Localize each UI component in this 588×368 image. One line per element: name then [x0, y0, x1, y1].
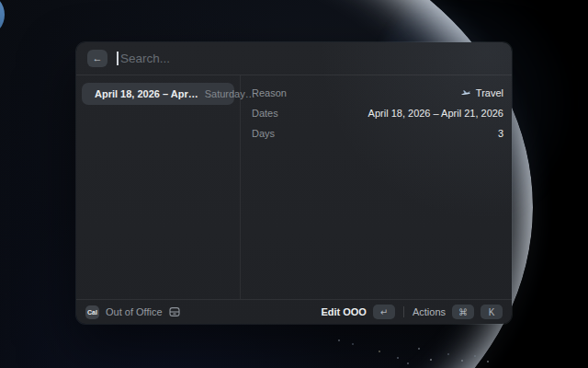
text-caret — [117, 52, 119, 65]
city-light — [379, 351, 380, 352]
detail-label: Reason — [252, 87, 287, 98]
city-light — [447, 353, 449, 355]
city-light — [407, 362, 409, 364]
dates-value: April 18, 2026 – April 21, 2026 — [368, 108, 503, 119]
city-light — [352, 343, 354, 345]
primary-action-label[interactable]: Edit OOO — [321, 306, 367, 317]
actions-menu-label[interactable]: Actions — [413, 306, 446, 317]
detail-value: Travel — [460, 87, 503, 98]
detail-row-reason: Reason Travel — [252, 83, 503, 103]
detail-pane: Reason Travel Dates April 18, 2026 – Apr… — [241, 75, 512, 299]
calendar-app-icon: Cal — [85, 305, 99, 319]
reason-value: Travel — [476, 87, 503, 98]
k-keycap: K — [481, 305, 503, 319]
results-list: April 18, 2026 – Apr… Saturday… — [76, 75, 241, 299]
detail-label: Dates — [252, 108, 278, 119]
city-light — [487, 361, 489, 362]
command-name: Out of Office — [106, 306, 163, 317]
city-light — [430, 359, 432, 361]
enter-keycap[interactable]: ↵ — [373, 305, 395, 319]
search-bar: ← Search... — [76, 42, 512, 75]
desktop: ← Search... April 18, 2026 – Apr… Saturd… — [0, 0, 588, 368]
list-item-title: April 18, 2026 – Apr… — [95, 88, 198, 99]
city-light — [461, 360, 463, 362]
command-icon: ⌘ — [458, 307, 468, 317]
city-light — [474, 355, 476, 357]
detail-row-days: Days 3 — [252, 123, 503, 144]
airplane-icon — [460, 87, 471, 98]
search-input[interactable]: Search... — [120, 52, 170, 65]
command-keycap: ⌘ — [452, 305, 474, 319]
action-bar: Cal Out of Office Edit OOO ↵ Actions ⌘ K — [76, 299, 512, 324]
detail-label: Days — [252, 128, 275, 139]
city-light — [397, 357, 399, 359]
k-key-label: K — [489, 307, 495, 317]
launcher-window: ← Search... April 18, 2026 – Apr… Saturd… — [76, 42, 512, 324]
return-icon: ↵ — [380, 307, 388, 317]
days-value: 3 — [498, 128, 503, 139]
save-icon — [169, 306, 180, 317]
list-item[interactable]: April 18, 2026 – Apr… Saturday… — [82, 83, 234, 105]
footer-divider — [403, 306, 404, 317]
detail-row-dates: Dates April 18, 2026 – April 21, 2026 — [252, 103, 503, 123]
back-arrow-icon: ← — [93, 53, 103, 63]
content-area: April 18, 2026 – Apr… Saturday… Reason T… — [76, 75, 512, 299]
city-light — [338, 339, 340, 341]
city-light — [418, 348, 420, 350]
back-button[interactable]: ← — [87, 50, 107, 67]
